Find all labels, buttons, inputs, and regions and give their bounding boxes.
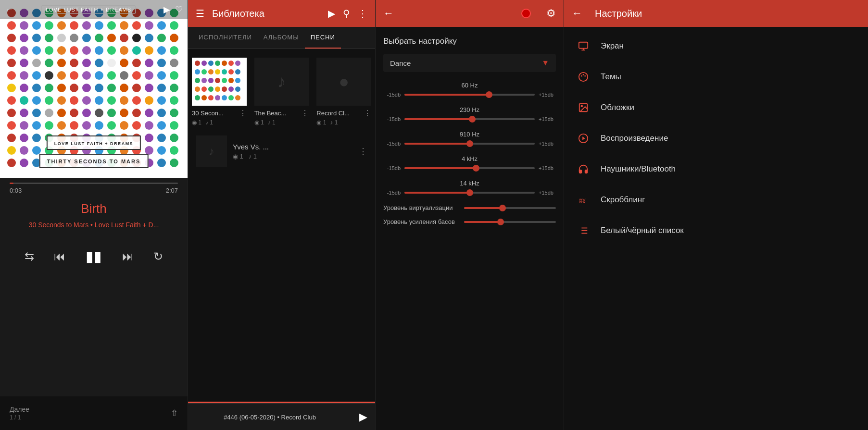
album-thumb-yves-icon: ♪	[209, 145, 214, 158]
back-button[interactable]: ←	[5, 5, 13, 15]
album-row-single[interactable]: ♪Yves Vs. ...◉ 1 ♪ 1⋮	[188, 130, 375, 172]
eq-slider-wrapper[interactable]	[404, 94, 535, 96]
album-dot	[82, 109, 91, 117]
album-cell[interactable]: ●Record Cl...⋮◉ 1♪ 1	[313, 54, 375, 130]
eq-slider-wrapper[interactable]	[404, 118, 535, 120]
eq-back-button[interactable]: ←	[383, 7, 394, 20]
eq-record-dot	[521, 9, 531, 18]
settings-item-list[interactable]: Белый/чёрный список	[564, 215, 868, 246]
eq-db-min: -15db	[383, 190, 401, 196]
eq-bass-slider[interactable]	[464, 221, 556, 223]
album-dot	[45, 21, 53, 30]
pause-button[interactable]: ▮▮	[86, 248, 102, 265]
album-dot	[145, 21, 153, 30]
album-dot	[32, 71, 41, 80]
eq-slider-wrapper[interactable]	[404, 143, 535, 145]
cast-icon[interactable]: ▶	[164, 4, 170, 15]
album-dot	[32, 84, 41, 92]
album-dot	[32, 34, 41, 42]
play-bottom-button[interactable]: ▶	[359, 411, 367, 423]
eq-bass-label: Уровень усиления басов	[383, 218, 460, 225]
settings-item-lastfm[interactable]: ʬʬСкробблинг	[564, 184, 868, 215]
eq-slider-wrapper[interactable]	[404, 167, 535, 169]
headphones-icon	[576, 161, 591, 177]
eq-slider-track: -15db+15db	[383, 141, 556, 147]
album-dot	[20, 59, 28, 67]
album-dot	[120, 84, 128, 92]
album-dot	[157, 34, 166, 42]
heart-icon[interactable]: ♡	[175, 4, 183, 15]
eq-bass-row: Уровень усиления басов	[383, 218, 556, 225]
mini-dot	[215, 61, 220, 66]
hamburger-icon[interactable]: ☰	[196, 8, 204, 19]
settings-item-palette[interactable]: Темы	[564, 61, 868, 92]
album-more-icon[interactable]: ⋮	[301, 109, 309, 118]
progress-section: 0:03 2:07	[0, 178, 188, 197]
screen-icon	[576, 38, 591, 54]
eq-preset-row[interactable]: Dance ▼	[383, 54, 556, 72]
album-dot	[82, 46, 91, 55]
album-more-icon[interactable]: ⋮	[239, 109, 247, 118]
album-dot	[45, 46, 53, 55]
chevron-up-icon[interactable]: ⇧	[171, 408, 178, 418]
album-dot	[70, 96, 78, 105]
eq-slider-wrapper[interactable]	[404, 192, 535, 194]
eq-header: ← ⚙	[376, 0, 564, 27]
search-library-icon[interactable]: ⚲	[343, 8, 350, 19]
library-tab[interactable]: ПЕСНИ	[305, 27, 341, 49]
album-dot	[132, 84, 141, 92]
image-icon	[576, 100, 591, 115]
album-dot	[170, 84, 178, 92]
album-count-row: ◉ 1♪ 1	[192, 119, 247, 126]
album-more-icon[interactable]: ⋮	[364, 109, 371, 118]
settings-back-button[interactable]: ←	[572, 7, 582, 20]
eq-slider-thumb	[486, 91, 492, 98]
mini-dot	[222, 78, 227, 83]
album-dot	[120, 96, 128, 105]
album-thumb-dark: ●	[316, 58, 371, 106]
settings-item-headphones[interactable]: Наушники/Bluetooth	[564, 154, 868, 184]
library-panel: ☰ Библиотека ▶ ⚲ ⋮ ИСПОЛНИТЕЛИАЛЬБОМЫПЕС…	[188, 0, 375, 430]
album-counts-yves: ◉ 1 ♪ 1	[233, 153, 353, 160]
eq-settings-icon[interactable]: ⚙	[546, 7, 556, 20]
shuffle-button[interactable]: ⇆	[25, 250, 34, 263]
album-dot	[70, 84, 78, 92]
svg-point-6	[584, 75, 586, 77]
album-dot	[170, 96, 178, 105]
prev-button[interactable]: ⏮	[54, 250, 65, 263]
more-library-icon[interactable]: ⋮	[358, 8, 367, 19]
album-dot	[7, 71, 16, 80]
settings-item-screen[interactable]: Экран	[564, 31, 868, 61]
album-cell[interactable]: ♪The Beac...⋮◉ 1♪ 1	[251, 54, 313, 130]
mini-dot	[208, 69, 214, 74]
album-count-row: ◉ 1♪ 1	[316, 119, 371, 126]
album-dot	[132, 21, 141, 30]
repeat-button[interactable]: ↻	[153, 250, 163, 263]
album-dot	[7, 159, 16, 167]
eq-preset-label: Dance	[390, 59, 541, 67]
cast-library-icon[interactable]: ▶	[328, 8, 335, 19]
album-dot	[145, 71, 153, 80]
eq-virtualization-slider[interactable]	[464, 207, 556, 209]
library-tab[interactable]: ИСПОЛНИТЕЛИ	[193, 27, 258, 49]
mini-dot	[201, 61, 207, 66]
album-dot	[82, 121, 91, 130]
album-cell[interactable]: 30 Secon...⋮◉ 1♪ 1	[188, 54, 251, 130]
settings-item-play-circle[interactable]: Воспроизведение	[564, 123, 868, 154]
eq-slider-track: -15db+15db	[383, 92, 556, 98]
album-name-row: Record Cl...⋮	[316, 109, 371, 118]
list-icon	[576, 223, 591, 238]
next-button[interactable]: ⏭	[122, 250, 134, 263]
album-dot	[32, 21, 41, 30]
album-dot	[57, 109, 66, 117]
mini-dot	[235, 69, 240, 74]
album-dot	[7, 146, 16, 155]
eq-body: Выбрать настройку Dance ▼ 60 Hz-15db+15d…	[376, 27, 564, 430]
progress-bar[interactable]	[10, 183, 178, 184]
album-dot	[7, 21, 16, 30]
settings-item-image[interactable]: Обложки	[564, 92, 868, 123]
library-tab[interactable]: АЛЬБОМЫ	[258, 27, 305, 49]
album-dot	[82, 84, 91, 92]
album-more-yves-icon[interactable]: ⋮	[359, 146, 367, 157]
album-dot	[107, 46, 116, 55]
